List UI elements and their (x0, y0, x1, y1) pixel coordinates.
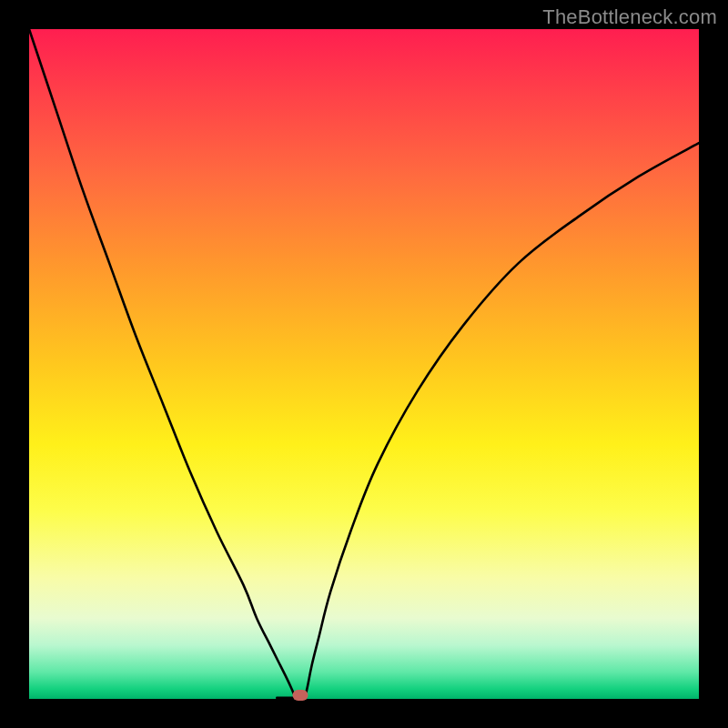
curve-right-branch (305, 143, 699, 697)
bottleneck-curve (29, 29, 699, 699)
watermark-text: TheBottleneck.com (542, 5, 717, 29)
optimum-marker (293, 690, 308, 701)
chart-frame: TheBottleneck.com (0, 0, 728, 728)
curve-left-branch (29, 29, 297, 698)
plot-area (29, 29, 699, 699)
